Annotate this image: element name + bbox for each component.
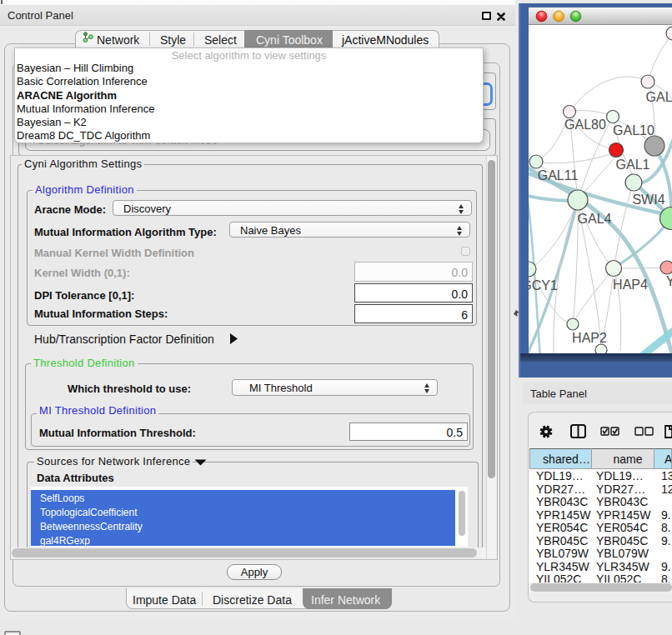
svg-text:GAL1: GAL1: [616, 158, 650, 172]
svg-text:SWI4: SWI4: [632, 192, 664, 207]
svg-text:GAL7: GAL7: [646, 90, 672, 104]
svg-text:GAL10: GAL10: [613, 123, 654, 138]
svg-text:HAP2: HAP2: [572, 331, 607, 345]
svg-text:HAP4: HAP4: [613, 278, 648, 292]
svg-text:GCY1: GCY1: [529, 278, 558, 292]
svg-text:GAL4: GAL4: [578, 212, 612, 226]
svg-text:GAL80: GAL80: [564, 118, 606, 132]
svg-text:GAL11: GAL11: [538, 168, 579, 182]
svg-text:Y: Y: [666, 274, 672, 288]
